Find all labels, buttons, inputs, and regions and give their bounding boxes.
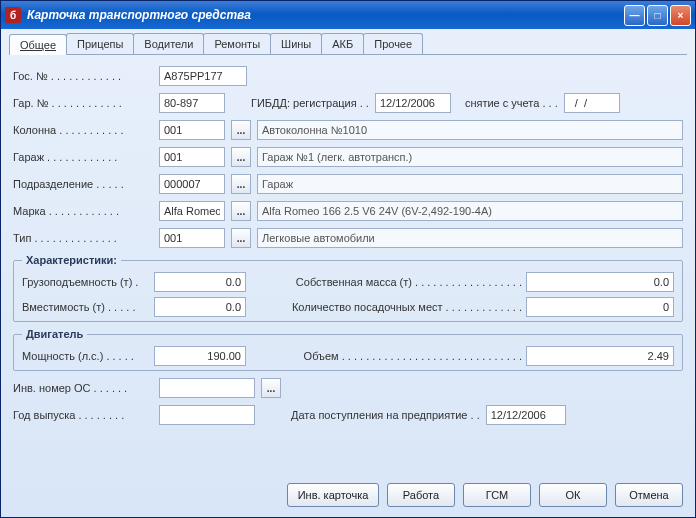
work-button[interactable]: Работа xyxy=(387,483,455,507)
label-podrazd: Подразделение . . . . . xyxy=(13,178,153,190)
label-garazh: Гараж . . . . . . . . . . . . xyxy=(13,151,153,163)
characteristics-legend: Характеристики: xyxy=(22,254,121,266)
minimize-button[interactable]: — xyxy=(624,5,645,26)
tab-tires[interactable]: Шины xyxy=(270,33,322,54)
label-volume: Объем . . . . . . . . . . . . . . . . . … xyxy=(304,350,522,362)
label-power: Мощность (л.с.) . . . . . xyxy=(22,350,150,362)
footer-buttons: Инв. карточка Работа ГСМ ОК Отмена xyxy=(287,483,683,507)
engine-group: Двигатель Мощность (л.с.) . . . . . Объе… xyxy=(13,328,683,371)
marka-code-field[interactable] xyxy=(159,201,225,221)
power-field[interactable] xyxy=(154,346,246,366)
tip-code-field[interactable] xyxy=(159,228,225,248)
tab-other[interactable]: Прочее xyxy=(363,33,423,54)
tip-picker-button[interactable]: ... xyxy=(231,228,251,248)
label-vmest: Вместимость (т) . . . . . xyxy=(22,301,150,313)
label-year: Год выпуска . . . . . . . . xyxy=(13,409,153,421)
tab-trailers[interactable]: Прицепы xyxy=(66,33,134,54)
inv-os-picker-button[interactable]: ... xyxy=(261,378,281,398)
podrazd-picker-button[interactable]: ... xyxy=(231,174,251,194)
label-kolonna: Колонна . . . . . . . . . . . xyxy=(13,124,153,136)
marka-picker-button[interactable]: ... xyxy=(231,201,251,221)
podrazd-code-field[interactable] xyxy=(159,174,225,194)
tabs-bar: Общее Прицепы Водители Ремонты Шины АКБ … xyxy=(9,33,687,55)
characteristics-group: Характеристики: Грузоподъемность (т) . С… xyxy=(13,254,683,322)
maximize-button[interactable]: □ xyxy=(647,5,668,26)
label-marka: Марка . . . . . . . . . . . . xyxy=(13,205,153,217)
gsm-button[interactable]: ГСМ xyxy=(463,483,531,507)
gos-no-field[interactable] xyxy=(159,66,247,86)
window-title: Карточка транспортного средства xyxy=(27,8,624,22)
marka-desc-field xyxy=(257,201,683,221)
inv-os-field[interactable] xyxy=(159,378,255,398)
label-posad: Количество посадочных мест . . . . . . .… xyxy=(292,301,522,313)
label-inv-os: Инв. номер ОС . . . . . . xyxy=(13,382,153,394)
sobmass-field[interactable] xyxy=(526,272,674,292)
gibdd-reg-date[interactable] xyxy=(375,93,451,113)
date-in-field[interactable] xyxy=(486,405,566,425)
garazh-desc-field xyxy=(257,147,683,167)
gibdd-off-date[interactable] xyxy=(564,93,620,113)
engine-legend: Двигатель xyxy=(22,328,87,340)
label-gruz: Грузоподъемность (т) . xyxy=(22,276,150,288)
vmest-field[interactable] xyxy=(154,297,246,317)
titlebar: б Карточка транспортного средства — □ × xyxy=(1,1,695,29)
kolonna-picker-button[interactable]: ... xyxy=(231,120,251,140)
tab-battery[interactable]: АКБ xyxy=(321,33,364,54)
podrazd-desc-field xyxy=(257,174,683,194)
cancel-button[interactable]: Отмена xyxy=(615,483,683,507)
app-icon: б xyxy=(5,7,21,23)
year-field[interactable] xyxy=(159,405,255,425)
inv-card-button[interactable]: Инв. карточка xyxy=(287,483,379,507)
label-gibdd-reg: ГИБДД: регистрация . . xyxy=(251,97,369,109)
label-tip: Тип . . . . . . . . . . . . . . xyxy=(13,232,153,244)
vehicle-card-window: б Карточка транспортного средства — □ × … xyxy=(0,0,696,518)
volume-field[interactable] xyxy=(526,346,674,366)
tab-general[interactable]: Общее xyxy=(9,34,67,55)
tab-repairs[interactable]: Ремонты xyxy=(203,33,271,54)
garazh-picker-button[interactable]: ... xyxy=(231,147,251,167)
ok-button[interactable]: ОК xyxy=(539,483,607,507)
label-gibdd-off: снятие с учета . . . xyxy=(465,97,558,109)
tip-desc-field xyxy=(257,228,683,248)
label-gos-no: Гос. № . . . . . . . . . . . . xyxy=(13,70,153,82)
gruz-field[interactable] xyxy=(154,272,246,292)
label-sobmass: Собственная масса (т) . . . . . . . . . … xyxy=(296,276,522,288)
posad-field[interactable] xyxy=(526,297,674,317)
label-gar-no: Гар. № . . . . . . . . . . . . xyxy=(13,97,153,109)
tab-drivers[interactable]: Водители xyxy=(133,33,204,54)
gar-no-field[interactable] xyxy=(159,93,225,113)
kolonna-code-field[interactable] xyxy=(159,120,225,140)
label-date-in: Дата поступления на предприятие . . xyxy=(291,409,480,421)
close-button[interactable]: × xyxy=(670,5,691,26)
kolonna-desc-field xyxy=(257,120,683,140)
garazh-code-field[interactable] xyxy=(159,147,225,167)
